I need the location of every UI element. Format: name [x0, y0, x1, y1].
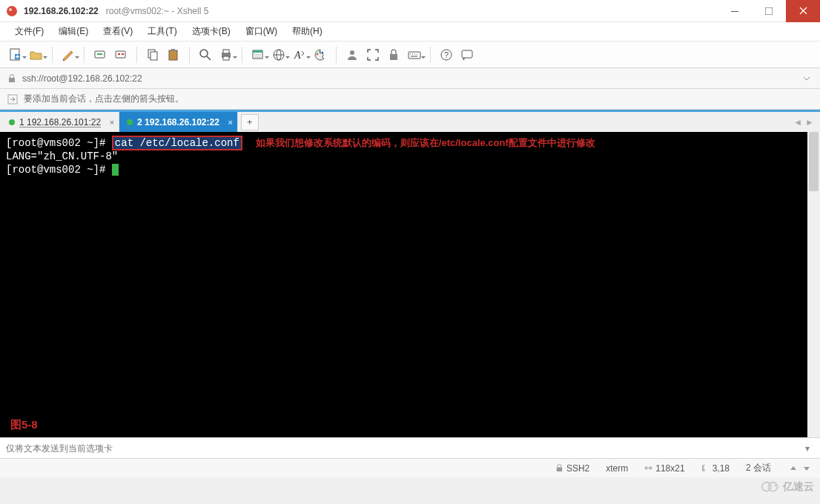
tab-add-button[interactable]: + — [241, 114, 259, 130]
toolbar: A ? — [0, 42, 820, 68]
figure-label: 图5-8 — [10, 418, 38, 431]
svg-point-12 — [200, 50, 208, 57]
disconnect-icon[interactable] — [113, 47, 129, 63]
terminal-command-highlight: cat /etc/locale.conf — [112, 136, 242, 150]
tab-close-icon[interactable]: × — [110, 118, 114, 127]
svg-point-23 — [322, 51, 323, 53]
menu-file[interactable]: 文件(F) — [9, 24, 50, 39]
terminal[interactable]: [root@vms002 ~]# cat /etc/locale.conf如果我… — [0, 132, 820, 437]
menu-tools[interactable]: 工具(T) — [142, 24, 182, 39]
copy-icon[interactable] — [145, 47, 161, 63]
ruler-icon — [701, 464, 710, 472]
svg-point-1 — [9, 8, 12, 11]
svg-point-35 — [775, 485, 777, 487]
globe-icon[interactable] — [271, 47, 287, 63]
pencil-icon[interactable] — [60, 47, 76, 63]
scrollbar-thumb[interactable] — [809, 132, 819, 191]
keyboard-icon[interactable] — [406, 47, 423, 63]
svg-point-22 — [319, 50, 320, 52]
open-folder-icon[interactable] — [28, 47, 44, 63]
address-bar: ssh://root@192.168.26.102:22 — [0, 68, 820, 89]
svg-rect-9 — [151, 52, 157, 60]
terminal-annotation: 如果我们想修改系统默认的编码，则应该在/etc/locale.conf配置文件中… — [256, 137, 595, 148]
maximize-button[interactable] — [752, 0, 786, 22]
address-text[interactable]: ssh://root@192.168.26.102:22 — [22, 73, 795, 84]
status-up-icon[interactable] — [787, 462, 799, 474]
svg-point-24 — [350, 50, 354, 55]
menu-edit[interactable]: 编辑(E) — [53, 24, 94, 39]
paste-icon[interactable] — [165, 47, 182, 63]
print-icon[interactable] — [218, 47, 234, 63]
status-size: 118x21 — [644, 463, 684, 474]
status-dot-icon — [9, 119, 15, 125]
tab-label: 1 192.168.26.101:22 — [19, 117, 101, 127]
minimize-button[interactable] — [718, 0, 752, 22]
svg-text:A: A — [294, 50, 301, 61]
terminal-cursor — [112, 164, 119, 176]
status-arrows — [787, 462, 813, 474]
menu-tab[interactable]: 选项卡(B) — [186, 24, 237, 39]
status-pos: 3,18 — [701, 463, 730, 474]
toolbar-separator — [52, 47, 53, 63]
svg-rect-2 — [731, 11, 738, 12]
lock-icon[interactable] — [386, 47, 402, 63]
svg-rect-26 — [409, 52, 420, 59]
session-tab-2[interactable]: 2 192.168.26.102:22 × — [119, 112, 238, 132]
svg-rect-11 — [171, 49, 175, 51]
svg-rect-25 — [390, 54, 397, 60]
svg-rect-15 — [223, 56, 229, 60]
status-dot-icon — [127, 119, 133, 125]
svg-rect-29 — [462, 50, 472, 58]
status-sessions: 2 会话 — [746, 462, 771, 474]
properties-icon[interactable] — [250, 47, 266, 63]
window-title-sub: root@vms002:~ - Xshell 5 — [106, 6, 209, 16]
palette-icon[interactable] — [312, 47, 328, 63]
status-protocol: SSH2 — [555, 463, 589, 474]
tab-close-icon[interactable]: × — [228, 118, 232, 127]
user-icon[interactable] — [344, 47, 360, 63]
send-dropdown-icon[interactable]: ▾ — [801, 443, 814, 454]
send-input[interactable] — [6, 443, 801, 454]
font-icon[interactable]: A — [291, 47, 308, 63]
window-title-main: 192.168.26.102:22 — [24, 6, 99, 16]
watermark-text: 亿速云 — [783, 480, 814, 494]
svg-rect-32 — [557, 468, 562, 472]
hint-bar: 要添加当前会话，点击左侧的箭头按钮。 — [0, 89, 820, 110]
toolbar-separator — [336, 47, 337, 63]
tab-next-icon[interactable]: ► — [805, 117, 814, 127]
fullscreen-icon[interactable] — [365, 47, 381, 63]
menu-help[interactable]: 帮助(H) — [286, 24, 328, 39]
new-doc-icon[interactable] — [7, 47, 24, 63]
resize-icon — [644, 464, 652, 472]
reconnect-icon[interactable] — [92, 47, 108, 63]
svg-point-34 — [768, 483, 777, 491]
session-tab-1[interactable]: 1 192.168.26.101:22 × — [1, 112, 119, 132]
tab-bar: 1 192.168.26.101:22 × 2 192.168.26.102:2… — [0, 110, 820, 132]
menu-bar: 文件(F) 编辑(E) 查看(V) 工具(T) 选项卡(B) 窗口(W) 帮助(… — [0, 22, 820, 42]
send-input-bar: ▾ — [0, 437, 820, 458]
terminal-prompt: [root@vms002 ~]# — [6, 164, 112, 176]
tab-prev-icon[interactable]: ◄ — [793, 117, 802, 127]
svg-rect-10 — [169, 50, 177, 60]
search-icon[interactable] — [197, 47, 214, 63]
toolbar-separator — [189, 47, 190, 63]
svg-rect-7 — [116, 51, 125, 58]
tab-nav: ◄ ► — [793, 117, 814, 127]
tab-label: 2 192.168.26.102:22 — [137, 117, 219, 127]
status-down-icon[interactable] — [801, 462, 813, 474]
help-icon[interactable]: ? — [438, 47, 454, 63]
svg-point-21 — [317, 53, 318, 54]
menu-view[interactable]: 查看(V) — [97, 24, 139, 39]
watermark-logo-icon — [761, 480, 780, 494]
hint-text: 要添加当前会话，点击左侧的箭头按钮。 — [24, 93, 184, 105]
chat-icon[interactable] — [459, 47, 475, 63]
terminal-scrollbar[interactable] — [807, 132, 820, 437]
address-dropdown-icon[interactable] — [801, 73, 813, 84]
toolbar-separator — [136, 47, 137, 63]
svg-rect-14 — [223, 50, 229, 53]
svg-point-0 — [7, 6, 17, 16]
hint-arrow-icon[interactable] — [7, 94, 18, 105]
status-bar: SSH2 xterm 118x21 3,18 2 会话 — [0, 458, 820, 477]
menu-window[interactable]: 窗口(W) — [239, 24, 283, 39]
close-button[interactable] — [786, 0, 820, 22]
